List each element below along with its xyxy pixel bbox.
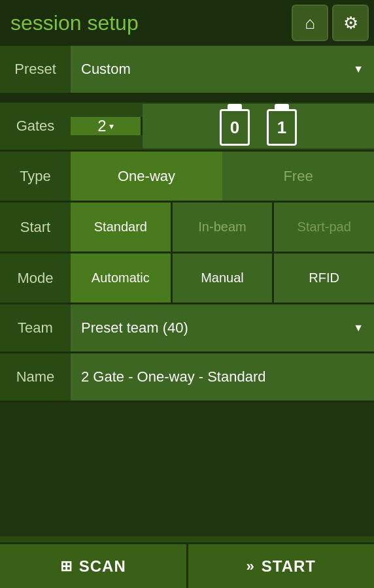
gates-content: 2 ▾ 0 1 bbox=[71, 103, 374, 150]
battery-0-cap bbox=[228, 104, 242, 109]
name-value: 2 Gate - One-way - Standard bbox=[81, 368, 265, 385]
battery-1-cap bbox=[275, 104, 289, 109]
name-content: 2 Gate - One-way - Standard bbox=[71, 353, 374, 400]
name-label: Name bbox=[0, 353, 71, 400]
gates-label: Gates bbox=[0, 103, 71, 150]
content-area: Preset Custom ▼ Gates 2 ▾ 0 bbox=[0, 46, 374, 542]
battery-0: 0 bbox=[218, 104, 252, 148]
mode-automatic-option[interactable]: Automatic bbox=[71, 253, 173, 302]
start-standard-option[interactable]: Standard bbox=[71, 203, 173, 252]
start-label: START bbox=[262, 557, 316, 576]
header: session setup ⌂ ⚙ bbox=[0, 0, 374, 46]
battery-1: 1 bbox=[265, 104, 299, 148]
mode-rfid-option[interactable]: RFID bbox=[274, 253, 374, 302]
preset-value: Custom bbox=[81, 61, 131, 78]
type-row: Type One-way Free bbox=[0, 152, 374, 203]
start-icon: » bbox=[246, 558, 255, 575]
battery-0-body: 0 bbox=[220, 109, 250, 146]
scan-icon: ⊞ bbox=[60, 558, 73, 575]
bottom-bar: ⊞ SCAN » START bbox=[0, 542, 374, 588]
scan-button[interactable]: ⊞ SCAN bbox=[0, 544, 188, 588]
type-free-option[interactable]: Free bbox=[222, 152, 374, 201]
title-plain: session bbox=[10, 11, 82, 35]
preset-label: Preset bbox=[0, 46, 71, 93]
mode-row: Mode Automatic Manual RFID bbox=[0, 253, 374, 304]
team-row: Team Preset team (40) ▼ bbox=[0, 304, 374, 353]
start-row: Start Standard In-beam Start-pad bbox=[0, 203, 374, 253]
team-value: Preset team (40) bbox=[81, 319, 188, 336]
preset-row: Preset Custom ▼ bbox=[0, 46, 374, 95]
gates-row: Gates 2 ▾ 0 1 bbox=[0, 103, 374, 152]
gates-arrow: ▾ bbox=[109, 121, 114, 131]
battery-1-body: 1 bbox=[267, 109, 297, 146]
gates-batteries: 0 1 bbox=[143, 104, 374, 148]
start-content: Standard In-beam Start-pad bbox=[71, 203, 374, 252]
team-label: Team bbox=[0, 304, 71, 351]
home-icon: ⌂ bbox=[305, 13, 315, 33]
mode-label: Mode bbox=[0, 253, 71, 302]
settings-icon: ⚙ bbox=[343, 13, 358, 33]
separator bbox=[0, 95, 374, 103]
type-oneway-option[interactable]: One-way bbox=[71, 152, 222, 201]
start-button[interactable]: » START bbox=[188, 544, 375, 588]
start-inbeam-option[interactable]: In-beam bbox=[173, 203, 275, 252]
preset-dropdown[interactable]: Custom ▼ bbox=[71, 46, 374, 93]
empty-area bbox=[0, 402, 374, 536]
preset-arrow: ▼ bbox=[353, 63, 364, 75]
mode-manual-option[interactable]: Manual bbox=[173, 253, 275, 302]
start-label: Start bbox=[0, 203, 71, 252]
type-content: One-way Free bbox=[71, 152, 374, 201]
gates-count: 2 bbox=[97, 117, 106, 135]
start-startpad-option[interactable]: Start-pad bbox=[274, 203, 374, 252]
home-button[interactable]: ⌂ bbox=[292, 5, 328, 41]
scan-label: SCAN bbox=[79, 557, 126, 576]
header-icons: ⌂ ⚙ bbox=[292, 5, 369, 41]
gates-count-dropdown[interactable]: 2 ▾ bbox=[71, 117, 143, 135]
type-label: Type bbox=[0, 152, 71, 201]
app-title: session setup bbox=[5, 11, 139, 35]
team-arrow: ▼ bbox=[353, 322, 364, 334]
name-row: Name 2 Gate - One-way - Standard bbox=[0, 353, 374, 402]
title-accent: setup bbox=[87, 11, 138, 35]
mode-content: Automatic Manual RFID bbox=[71, 253, 374, 302]
team-dropdown[interactable]: Preset team (40) ▼ bbox=[71, 304, 374, 351]
settings-button[interactable]: ⚙ bbox=[332, 5, 369, 41]
